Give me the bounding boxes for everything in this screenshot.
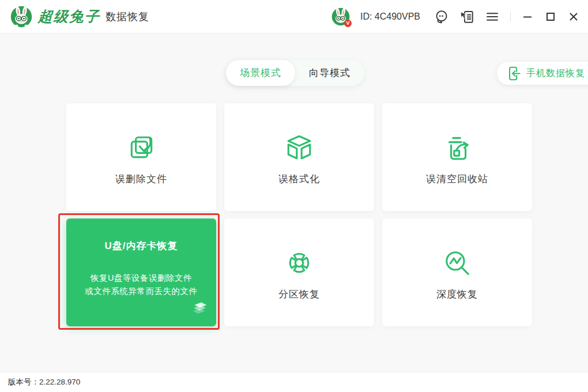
card-partition-recovery[interactable]: 分区恢复 (224, 218, 374, 326)
title-bar: 超级兔子 数据恢复 V ID: 4C490VPB (0, 0, 588, 33)
card-title: U盘/内存卡恢复 (105, 239, 178, 252)
card-deleted-files[interactable]: 误删除文件 (66, 103, 216, 211)
maximize-button[interactable] (544, 10, 557, 23)
card-label: 误清空回收站 (426, 172, 488, 186)
scene-card-grid: 误删除文件 误格式化 (66, 103, 532, 326)
main-area: 场景模式 向导模式 手机数据恢复 误删除文件 (0, 33, 588, 372)
card-label: 误格式化 (278, 172, 320, 186)
trash-restore-icon (443, 133, 472, 162)
card-label: 深度恢复 (436, 288, 478, 301)
version-text: 版本号：2.22.28.970 (8, 377, 80, 387)
customer-service-icon[interactable] (434, 9, 449, 24)
restore-file-icon (127, 133, 156, 162)
mode-toggle: 场景模式 向导模式 (226, 60, 364, 86)
card-label: 分区恢复 (278, 288, 320, 301)
card-label: 误删除文件 (115, 172, 167, 186)
tab-wizard-mode[interactable]: 向导模式 (295, 60, 364, 86)
titlebar-divider (510, 12, 511, 21)
brand-name: 超级兔子 (37, 7, 101, 26)
layers-icon (187, 301, 208, 319)
card-recycle-bin[interactable]: 误清空回收站 (382, 103, 532, 211)
card-description-line1: 恢复U盘等设备误删除文件 (85, 272, 198, 285)
status-bar: 版本号：2.22.28.970 (0, 372, 588, 392)
user-id-text: ID: 4C490VPB (360, 12, 420, 22)
partition-icon (285, 248, 314, 277)
app-logo-rabbit-icon (10, 6, 32, 28)
format-cube-icon (285, 133, 314, 162)
card-formatted[interactable]: 误格式化 (224, 103, 374, 211)
product-name: 数据恢复 (105, 10, 149, 24)
phone-data-recovery-button[interactable]: 手机数据恢复 (497, 62, 588, 85)
card-usb-memory-recovery[interactable]: U盘/内存卡恢复 恢复U盘等设备误删除文件 或文件系统异常而丢失的文件 (66, 218, 216, 326)
menu-icon[interactable] (485, 9, 500, 24)
phone-arrow-icon (506, 66, 522, 81)
feedback-icon[interactable] (459, 9, 474, 24)
phone-button-label: 手机数据恢复 (526, 67, 585, 80)
close-button[interactable] (567, 10, 580, 23)
card-description: 恢复U盘等设备误删除文件 或文件系统异常而丢失的文件 (85, 272, 198, 298)
vip-badge: V (344, 20, 352, 27)
deep-scan-icon (443, 248, 472, 277)
minimize-button[interactable] (521, 10, 534, 23)
user-avatar[interactable]: V (331, 7, 350, 26)
tab-scene-mode[interactable]: 场景模式 (226, 60, 295, 86)
card-description-line2: 或文件系统异常而丢失的文件 (85, 285, 198, 298)
card-deep-recovery[interactable]: 深度恢复 (382, 218, 532, 326)
